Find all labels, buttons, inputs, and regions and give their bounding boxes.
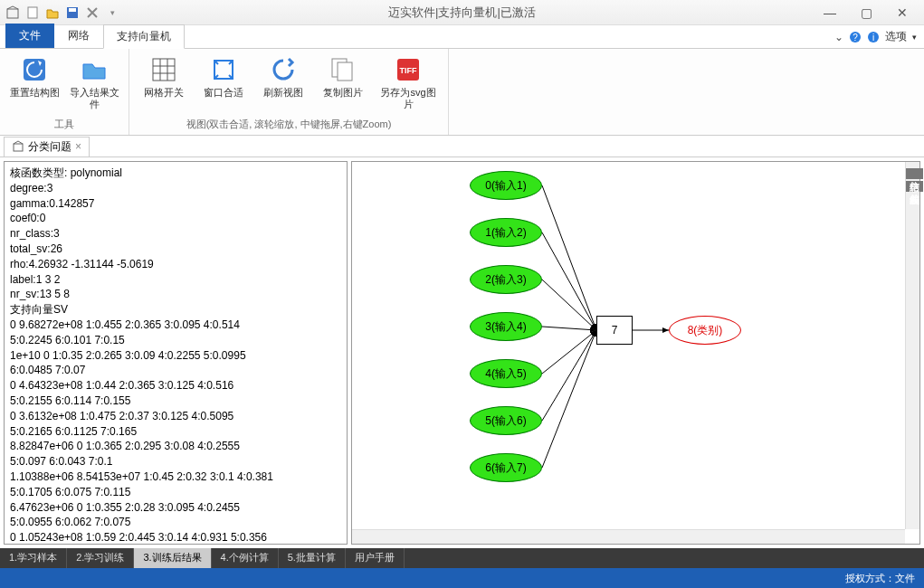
open-icon[interactable] xyxy=(43,4,62,22)
ribbon-group-tools: 重置结构图 导入结果文件 工具 xyxy=(0,49,129,135)
svg-line-25 xyxy=(542,232,596,330)
input-node[interactable]: 0(输入1) xyxy=(470,171,542,200)
doc-tab-classification[interactable]: 分类问题 × xyxy=(4,137,90,156)
result-line: 5:0.097 6:0.043 7:0.1 xyxy=(10,454,341,469)
result-line: 支持向量SV xyxy=(10,302,341,318)
result-line: degree:3 xyxy=(10,181,341,196)
fit-window-button[interactable]: 窗口合适 xyxy=(196,52,251,100)
bottom-tabstrip: 1.学习样本2.学习训练3.训练后结果4.个例计算5.批量计算用户手册 xyxy=(0,548,924,568)
input-node[interactable]: 4(输入5) xyxy=(470,359,542,388)
result-line: 5:0.0955 6:0.062 7:0.075 xyxy=(10,515,341,530)
options-dropdown-icon[interactable]: ▾ xyxy=(912,33,917,42)
workspace: 核函数类型: polynomialdegree:3gamma:0.142857c… xyxy=(0,157,924,548)
svg-line-26 xyxy=(542,280,596,330)
result-line: 5:0.1705 6:0.075 7:0.115 xyxy=(10,485,341,500)
svg-text:i: i xyxy=(872,33,874,43)
new-icon[interactable] xyxy=(24,4,42,22)
options-link[interactable]: 选项 xyxy=(885,29,907,44)
result-line: 0 3.6132e+08 1:0.475 2:0.37 3:0.125 4:0.… xyxy=(10,409,341,424)
structure-canvas-pane[interactable]: 0(输入1)1(输入2)2(输入3)3(输入4)4(输入5)5(输入6)6(输入… xyxy=(351,161,920,545)
save-icon[interactable] xyxy=(63,4,81,22)
result-line: gamma:0.142857 xyxy=(10,196,341,212)
reset-structure-button[interactable]: 重置结构图 xyxy=(7,52,62,100)
import-result-button[interactable]: 导入结果文件 xyxy=(67,52,121,112)
document-tabstrip: 分类问题 × xyxy=(0,136,924,157)
maximize-button[interactable]: ▢ xyxy=(848,2,884,24)
svg-line-27 xyxy=(542,327,596,330)
result-line: nr_sv:13 5 8 xyxy=(10,287,341,302)
ribbon-caret-icon[interactable]: ⌄ xyxy=(834,31,843,43)
doc-tab-close-icon[interactable]: × xyxy=(75,140,81,153)
bottom-tab[interactable]: 5.批量计算 xyxy=(279,548,346,568)
bottom-tab[interactable]: 4.个例计算 xyxy=(212,548,279,568)
status-bar: 授权方式：文件 xyxy=(0,568,924,588)
result-line: 0 1.05243e+08 1:0.59 2:0.445 3:0.14 4:0.… xyxy=(10,530,341,545)
save-svg-button[interactable]: TIFF 另存为svg图片 xyxy=(376,52,441,112)
svg-rect-5 xyxy=(69,8,76,12)
svg-text:TIFF: TIFF xyxy=(400,66,417,75)
grid-toggle-button[interactable]: 网格开关 xyxy=(137,52,191,100)
bottom-tab[interactable]: 1.学习样本 xyxy=(0,548,67,568)
fit-icon xyxy=(208,54,239,85)
input-node[interactable]: 5(输入6) xyxy=(470,406,542,435)
copy-image-button[interactable]: 复制图片 xyxy=(316,52,370,100)
svg-rect-3 xyxy=(28,7,37,18)
tiff-icon: TIFF xyxy=(393,54,424,85)
side-panel: 结构信息 偏差曲线 xyxy=(906,168,924,194)
bottom-tab[interactable]: 3.训练后结果 xyxy=(134,548,211,568)
input-node[interactable]: 1(输入2) xyxy=(470,218,542,247)
close-button[interactable]: ✕ xyxy=(884,2,920,24)
result-line: label:1 3 2 xyxy=(10,272,341,288)
help-icon[interactable]: ? xyxy=(849,31,862,43)
refresh-view-button[interactable]: 刷新视图 xyxy=(256,52,310,100)
license-status: 授权方式：文件 xyxy=(845,572,915,585)
reset-icon xyxy=(19,54,50,85)
result-line: 5:0.2245 6:0.101 7:0.15 xyxy=(10,333,341,348)
output-node[interactable]: 8(类别) xyxy=(669,316,741,345)
app-icon[interactable] xyxy=(4,4,22,22)
ribbon: 重置结构图 导入结果文件 工具 网格开关 窗口合适 刷新视图 xyxy=(0,49,924,136)
result-line: 0 4.64323e+08 1:0.44 2:0.365 3:0.125 4:0… xyxy=(10,378,341,394)
bottom-tab[interactable]: 用户手册 xyxy=(346,548,405,568)
results-text-pane[interactable]: 核函数类型: polynomialdegree:3gamma:0.142857c… xyxy=(4,161,348,545)
sidetab-error-curve[interactable]: 偏差曲线 xyxy=(906,181,923,192)
window-title: 迈实软件|支持向量机|已激活 xyxy=(388,5,536,21)
svg-rect-21 xyxy=(14,144,23,151)
result-line: 5:0.2155 6:0.114 7:0.155 xyxy=(10,394,341,409)
svg-rect-0 xyxy=(7,9,18,18)
doc-tab-label: 分类问题 xyxy=(28,139,71,155)
tab-network[interactable]: 网络 xyxy=(54,24,103,48)
svg-rect-11 xyxy=(153,59,175,81)
cube-icon xyxy=(12,140,24,153)
bottom-tab[interactable]: 2.学习训练 xyxy=(67,548,134,568)
svg-line-29 xyxy=(542,330,596,421)
svg-rect-18 xyxy=(338,62,352,81)
qat-dropdown-icon[interactable]: ▾ xyxy=(103,4,121,22)
result-line: nr_class:3 xyxy=(10,226,341,242)
input-node[interactable]: 3(输入4) xyxy=(470,312,542,341)
tab-file[interactable]: 文件 xyxy=(5,24,54,48)
result-line: 5:0.2165 6:0.1125 7:0.165 xyxy=(10,424,341,440)
title-bar: ▾ 迈实软件|支持向量机|已激活 — ▢ ✕ xyxy=(0,0,924,25)
group-label-tools: 工具 xyxy=(7,114,121,131)
info-icon[interactable]: i xyxy=(867,31,880,43)
svg-line-24 xyxy=(542,185,596,330)
input-node[interactable]: 2(输入3) xyxy=(470,265,542,294)
result-line: 8.82847e+06 0 1:0.365 2:0.295 3:0.08 4:0… xyxy=(10,439,341,454)
tab-svm[interactable]: 支持向量机 xyxy=(103,24,185,49)
result-line: 1.10388e+06 8.54153e+07 1:0.45 2:0.32 3:… xyxy=(10,469,341,485)
result-line: 0 9.68272e+08 1:0.455 2:0.365 3:0.095 4:… xyxy=(10,318,341,333)
ribbon-group-view: 网格开关 窗口合适 刷新视图 复制图片 TIFF 另存为svg图片 视图(双击合… xyxy=(129,49,449,135)
horizontal-scrollbar[interactable] xyxy=(352,529,905,544)
vertical-scrollbar[interactable] xyxy=(905,162,919,529)
group-label-view: 视图(双击合适, 滚轮缩放, 中键拖屏,右键Zoom) xyxy=(137,114,441,131)
hidden-node[interactable]: 7 xyxy=(596,316,633,345)
tools-icon[interactable] xyxy=(83,4,101,22)
minimize-button[interactable]: — xyxy=(812,2,848,24)
sidetab-structure-info[interactable]: 结构信息 xyxy=(906,168,923,179)
input-node[interactable]: 6(输入7) xyxy=(470,453,542,482)
copy-icon xyxy=(328,54,358,85)
result-line: rho:4.26932 -1.31144 -5.0619 xyxy=(10,257,341,272)
result-line: 6:0.0485 7:0.07 xyxy=(10,363,341,378)
result-line: 核函数类型: polynomial xyxy=(10,166,341,181)
